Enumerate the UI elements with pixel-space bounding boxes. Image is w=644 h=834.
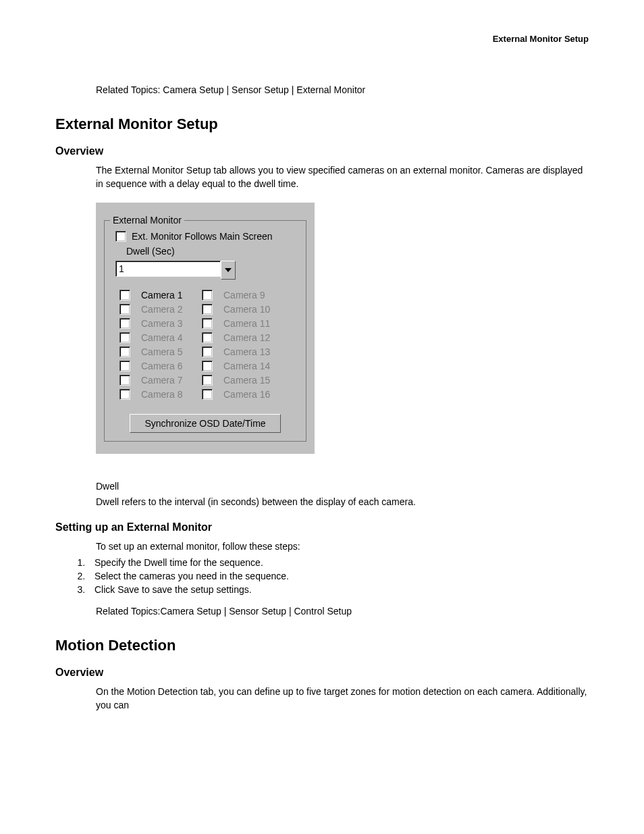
related-link[interactable]: Camera Setup <box>163 84 223 95</box>
camera-checkbox-row[interactable]: Camera 11 <box>202 318 284 329</box>
camera-checkbox-row[interactable]: Camera 16 <box>202 389 284 400</box>
camera-label: Camera 13 <box>223 346 270 357</box>
camera-checkbox-row[interactable]: Camera 15 <box>202 375 284 386</box>
setup-step: Specify the Dwell time for the sequence. <box>88 557 589 568</box>
checkbox-icon[interactable] <box>119 290 130 301</box>
related-link[interactable]: Control Setup <box>294 606 352 617</box>
subheading-overview-motion: Overview <box>55 667 589 679</box>
related-topics-top: Related Topics: Camera Setup | Sensor Se… <box>96 84 589 95</box>
camera-checkbox-row[interactable]: Camera 4 <box>119 332 202 343</box>
groupbox-legend: External Monitor <box>110 215 184 226</box>
camera-label: Camera 5 <box>141 346 182 357</box>
svg-marker-0 <box>225 268 232 272</box>
related-link[interactable]: Sensor Setup <box>229 606 286 617</box>
dwell-combo[interactable]: 1 <box>115 261 236 280</box>
checkbox-icon[interactable] <box>202 332 213 343</box>
checkbox-icon[interactable] <box>119 332 130 343</box>
follows-main-row[interactable]: Ext. Monitor Follows Main Screen <box>115 231 300 242</box>
checkbox-icon[interactable] <box>119 318 130 329</box>
checkbox-icon[interactable] <box>202 318 213 329</box>
camera-label: Camera 3 <box>141 318 182 329</box>
camera-checkbox-row[interactable]: Camera 1 <box>119 290 202 301</box>
camera-label: Camera 14 <box>223 361 270 371</box>
checkbox-icon[interactable] <box>202 304 213 315</box>
checkbox-icon[interactable] <box>202 375 213 386</box>
synchronize-button[interactable]: Synchronize OSD Date/Time <box>130 414 281 433</box>
camera-checkbox-row[interactable]: Camera 7 <box>119 375 202 386</box>
follows-main-label: Ext. Monitor Follows Main Screen <box>132 231 273 242</box>
related-topics-bottom: Related Topics:Camera Setup | Sensor Set… <box>96 606 589 617</box>
dwell-value-input[interactable]: 1 <box>115 261 221 277</box>
checkbox-icon[interactable] <box>119 375 130 386</box>
camera-checkbox-row[interactable]: Camera 2 <box>119 304 202 315</box>
page-header-title: External Monitor Setup <box>55 34 589 44</box>
subheading-setup: Setting up an External Monitor <box>55 521 589 533</box>
setup-step: Select the cameras you need in the seque… <box>88 571 589 581</box>
camera-label: Camera 1 <box>141 290 182 301</box>
camera-column-right: Camera 9Camera 10Camera 11Camera 12Camer… <box>202 286 284 403</box>
section-heading-external-monitor: External Monitor Setup <box>55 115 589 133</box>
checkbox-icon[interactable] <box>202 361 213 371</box>
overview-paragraph: The External Monitor Setup tab allows yo… <box>96 164 589 190</box>
dwell-term: Dwell <box>96 481 589 492</box>
checkbox-icon[interactable] <box>119 389 130 400</box>
camera-label: Camera 9 <box>223 290 265 301</box>
checkbox-icon[interactable] <box>202 290 213 301</box>
camera-checkbox-row[interactable]: Camera 9 <box>202 290 284 301</box>
related-prefix: Related Topics: <box>96 84 163 95</box>
checkbox-icon[interactable] <box>119 304 130 315</box>
camera-checkbox-row[interactable]: Camera 12 <box>202 332 284 343</box>
camera-checkbox-row[interactable]: Camera 13 <box>202 346 284 357</box>
camera-checkbox-row[interactable]: Camera 5 <box>119 346 202 357</box>
setup-step: Click Save to save the setup settings. <box>88 584 589 595</box>
camera-label: Camera 12 <box>223 332 270 343</box>
related-link[interactable]: External Monitor <box>296 84 365 95</box>
camera-label: Camera 6 <box>141 361 182 371</box>
motion-overview-paragraph: On the Motion Detection tab, you can def… <box>96 685 589 712</box>
checkbox-icon[interactable] <box>119 346 130 357</box>
external-monitor-dialog: External Monitor Ext. Monitor Follows Ma… <box>96 203 315 454</box>
camera-checkbox-row[interactable]: Camera 6 <box>119 361 202 371</box>
checkbox-icon[interactable] <box>119 361 130 371</box>
related-link[interactable]: Camera Setup <box>160 606 221 617</box>
camera-column-left: Camera 1Camera 2Camera 3Camera 4Camera 5… <box>119 286 202 403</box>
camera-checkbox-row[interactable]: Camera 14 <box>202 361 284 371</box>
camera-label: Camera 4 <box>141 332 182 343</box>
camera-checkbox-row[interactable]: Camera 8 <box>119 389 202 400</box>
camera-checkbox-row[interactable]: Camera 10 <box>202 304 284 315</box>
camera-label: Camera 2 <box>141 304 182 315</box>
camera-label: Camera 10 <box>223 304 270 315</box>
camera-label: Camera 11 <box>223 318 270 329</box>
checkbox-icon[interactable] <box>202 346 213 357</box>
camera-label: Camera 7 <box>141 375 182 386</box>
camera-label: Camera 8 <box>141 389 182 400</box>
subheading-overview: Overview <box>55 145 589 157</box>
related-link[interactable]: Sensor Setup <box>232 84 289 95</box>
chevron-down-icon <box>225 268 232 272</box>
dwell-definition: Dwell refers to the interval (in seconds… <box>96 496 589 509</box>
camera-label: Camera 15 <box>223 375 270 386</box>
section-heading-motion-detection: Motion Detection <box>55 637 589 654</box>
external-monitor-groupbox: External Monitor Ext. Monitor Follows Ma… <box>104 215 306 442</box>
dwell-dropdown-button[interactable] <box>221 261 236 280</box>
camera-checkbox-row[interactable]: Camera 3 <box>119 318 202 329</box>
checkbox-icon[interactable] <box>202 389 213 400</box>
related-prefix: Related Topics: <box>96 606 160 617</box>
dwell-label: Dwell (Sec) <box>126 246 300 257</box>
checkbox-icon[interactable] <box>115 231 126 242</box>
setup-steps: Specify the Dwell time for the sequence.… <box>55 557 589 595</box>
camera-label: Camera 16 <box>223 389 270 400</box>
setup-intro: To set up an external monitor, follow th… <box>96 540 589 554</box>
